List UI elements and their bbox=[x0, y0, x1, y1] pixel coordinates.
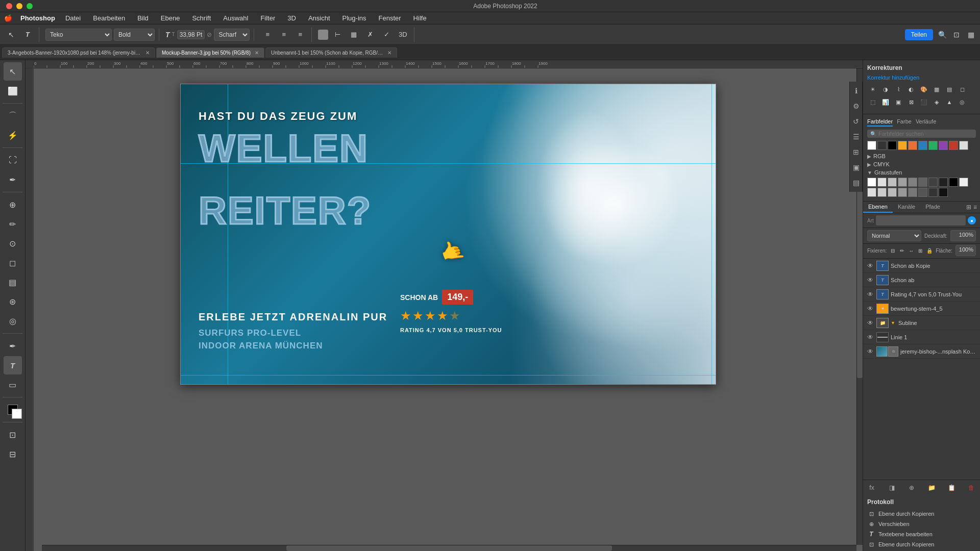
layer-vis-1[interactable]: 👁 bbox=[866, 262, 874, 270]
tab-farbfelder[interactable]: Farbfelder bbox=[867, 118, 893, 127]
menu-bearbeiten[interactable]: Bearbeiten bbox=[91, 14, 127, 22]
select-rect-tool[interactable]: ⬜ bbox=[4, 82, 22, 100]
panel-icon[interactable]: ▦ bbox=[966, 30, 976, 40]
gradient-tool[interactable]: ▤ bbox=[4, 273, 22, 291]
gs-9[interactable] bbox=[949, 178, 958, 187]
panel-icon-settings[interactable]: ⚙ bbox=[863, 99, 863, 113]
ebenen-menu-icon[interactable]: ≡ bbox=[973, 204, 977, 211]
gs-7[interactable] bbox=[928, 178, 938, 187]
gs-2[interactable] bbox=[877, 178, 887, 187]
kor-colorlookup[interactable]: ▣ bbox=[893, 96, 904, 108]
text-erlebe[interactable]: ERLEBE JETZT ADRENALIN PUR bbox=[199, 311, 387, 323]
tab-pfade[interactable]: Pfade bbox=[920, 202, 945, 213]
gs-3[interactable] bbox=[888, 178, 897, 187]
scrollbar-h[interactable] bbox=[42, 545, 856, 551]
crop-tool[interactable]: ⛶ bbox=[4, 151, 22, 169]
gs-6[interactable] bbox=[918, 178, 927, 187]
layer-bewertung-stern[interactable]: 👁 ★ bewertung-stern-4_5 bbox=[863, 302, 980, 316]
font-family-select[interactable]: Teko bbox=[45, 29, 112, 41]
proto-item-4[interactable]: ⊡ Ebene durch Kopieren bbox=[867, 539, 976, 549]
gs-15[interactable] bbox=[908, 188, 917, 197]
kor-vibrance[interactable]: 🎨 bbox=[918, 84, 929, 95]
swatch-lgray[interactable] bbox=[959, 141, 968, 150]
gs-1[interactable] bbox=[867, 178, 876, 187]
ebenen-filter-active[interactable]: ● bbox=[968, 216, 976, 224]
menu-bild[interactable]: Bild bbox=[135, 14, 151, 22]
layer-new-btn[interactable]: 📋 bbox=[946, 482, 957, 493]
panel-icon-layers[interactable]: ▤ bbox=[863, 176, 863, 190]
flaeche-value[interactable]: 100% bbox=[955, 245, 976, 256]
korrektur-add[interactable]: Korrektur hinzufügen bbox=[867, 74, 976, 81]
kor-hsl[interactable]: ▦ bbox=[931, 84, 942, 95]
kor-gradient-map[interactable]: ▲ bbox=[944, 96, 955, 108]
layer-vis-7[interactable]: 👁 bbox=[866, 347, 874, 356]
proto-item-1[interactable]: ⊡ Ebene durch Kopieren bbox=[867, 509, 976, 519]
swatch-orange[interactable] bbox=[908, 141, 917, 150]
warp-text-btn[interactable]: ⊢ bbox=[330, 28, 345, 42]
font-weight-select[interactable]: Bold bbox=[114, 29, 155, 41]
kor-invert[interactable]: ⊠ bbox=[905, 96, 917, 108]
proto-item-2[interactable]: ⊕ Verschieben bbox=[867, 519, 976, 529]
text-color-btn[interactable] bbox=[318, 30, 328, 40]
swatch-blue[interactable] bbox=[918, 141, 927, 150]
swatch-green[interactable] bbox=[928, 141, 938, 150]
menu-datei[interactable]: Datei bbox=[63, 14, 83, 22]
rgb-group-header[interactable]: ▶ RGB bbox=[867, 153, 976, 159]
healing-tool[interactable]: ⊕ bbox=[4, 195, 22, 214]
panel-icon-libraries[interactable]: ☰ bbox=[863, 130, 863, 144]
farbfelder-search-input[interactable] bbox=[878, 131, 973, 137]
text-surfurs[interactable]: SURFURS PRO-LEVEL bbox=[199, 328, 301, 338]
menu-3d[interactable]: 3D bbox=[285, 14, 298, 22]
swatch-white[interactable] bbox=[867, 141, 876, 150]
dodge-tool[interactable]: ◎ bbox=[4, 312, 22, 330]
layer-adjustment-btn[interactable]: ⊕ bbox=[906, 482, 917, 493]
color-swap[interactable] bbox=[4, 400, 22, 419]
text-indoor[interactable]: INDOOR ARENA MÜNCHEN bbox=[199, 341, 323, 351]
ebenen-filter-icon[interactable]: ⊞ bbox=[966, 204, 971, 211]
cancel-btn[interactable]: ✗ bbox=[363, 28, 377, 42]
fix-all[interactable]: 🔒 bbox=[926, 246, 933, 255]
panel-icon-history[interactable]: ↺ bbox=[863, 114, 863, 129]
opacity-value[interactable]: 100% bbox=[950, 230, 976, 241]
blend-mode-select[interactable]: Normal bbox=[867, 230, 921, 241]
eraser-tool[interactable]: ◻ bbox=[4, 254, 22, 272]
fix-move[interactable]: ↔ bbox=[908, 246, 914, 255]
kor-brightness[interactable]: ☀ bbox=[867, 84, 878, 95]
sharpness-select[interactable]: Scharf bbox=[214, 29, 250, 41]
panel-icon-cc[interactable]: ▣ bbox=[863, 160, 863, 174]
scrollbar-h-thumb[interactable] bbox=[286, 545, 612, 551]
kor-channel[interactable]: 📊 bbox=[880, 96, 891, 108]
char-panel-btn[interactable]: ▦ bbox=[347, 28, 361, 42]
gs-16[interactable] bbox=[918, 188, 927, 197]
align-left-btn[interactable]: ≡ bbox=[260, 28, 275, 42]
text-tool-btn[interactable]: T bbox=[20, 28, 35, 42]
gs-12[interactable] bbox=[877, 188, 887, 197]
layer-vis-5[interactable]: 👁 bbox=[866, 319, 874, 327]
gs-4[interactable] bbox=[898, 178, 907, 187]
confirm-btn[interactable]: ✓ bbox=[379, 28, 394, 42]
cmyk-group-header[interactable]: ▶ CMYK bbox=[867, 161, 976, 167]
graustufen-group-header[interactable]: ▼ Graustufen bbox=[867, 169, 976, 176]
panel-icon-info[interactable]: ℹ bbox=[863, 84, 863, 98]
menu-hilfe[interactable]: Hilfe bbox=[411, 14, 429, 22]
menu-ebene[interactable]: Ebene bbox=[159, 14, 182, 22]
swatch-black[interactable] bbox=[877, 141, 887, 150]
menu-filter[interactable]: Filter bbox=[258, 14, 277, 22]
search-icon[interactable]: 🔍 bbox=[937, 30, 947, 40]
pen-tool[interactable]: ✒ bbox=[4, 337, 22, 355]
gs-8[interactable] bbox=[939, 178, 948, 187]
align-right-btn[interactable]: ≡ bbox=[293, 28, 307, 42]
layer-rating[interactable]: 👁 T Rating 4,7 von 5,0 Trust-You bbox=[863, 287, 980, 302]
swatch-dark[interactable] bbox=[888, 141, 897, 150]
kor-selectivecolor[interactable]: ◎ bbox=[957, 96, 968, 108]
gs-5[interactable] bbox=[908, 178, 917, 187]
font-size-value[interactable]: 33,98 Pt bbox=[177, 30, 205, 39]
gs-13[interactable] bbox=[888, 188, 897, 197]
3d-btn[interactable]: 3D bbox=[396, 28, 410, 42]
fix-transparency[interactable]: ⊟ bbox=[890, 246, 896, 255]
quick-mask-tool[interactable]: ⊡ bbox=[4, 425, 22, 444]
gs-17[interactable] bbox=[928, 188, 938, 197]
layer-vis-3[interactable]: 👁 bbox=[866, 290, 874, 298]
text-wellen-container[interactable]: WELLEN bbox=[199, 129, 369, 168]
menu-schrift[interactable]: Schrift bbox=[190, 14, 213, 22]
